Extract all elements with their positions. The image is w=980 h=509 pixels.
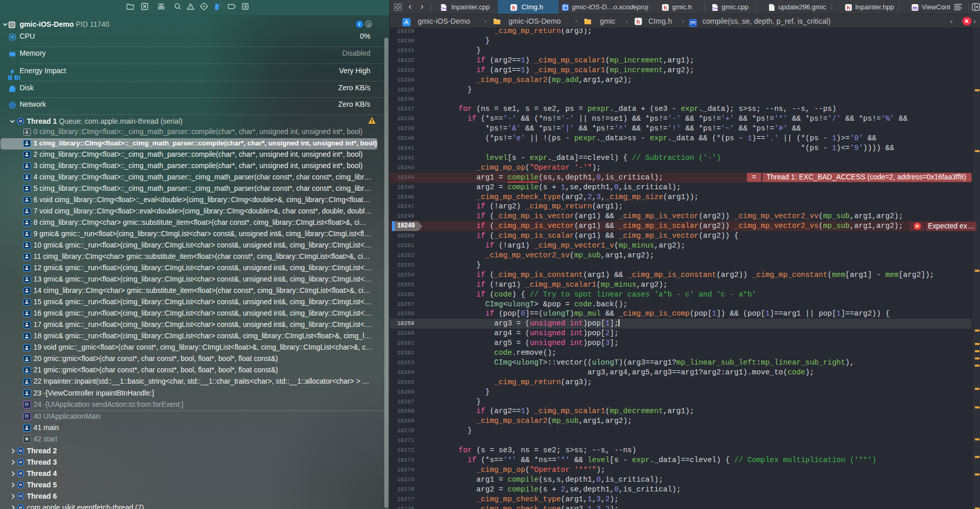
- svg-text:C++: C++: [712, 6, 718, 10]
- svg-text:h: h: [847, 4, 850, 10]
- svg-text:m: m: [912, 4, 917, 10]
- svg-text:C++: C++: [440, 6, 447, 10]
- svg-text:h: h: [636, 19, 640, 25]
- svg-text:h: h: [512, 4, 515, 10]
- svg-text:h: h: [664, 4, 667, 10]
